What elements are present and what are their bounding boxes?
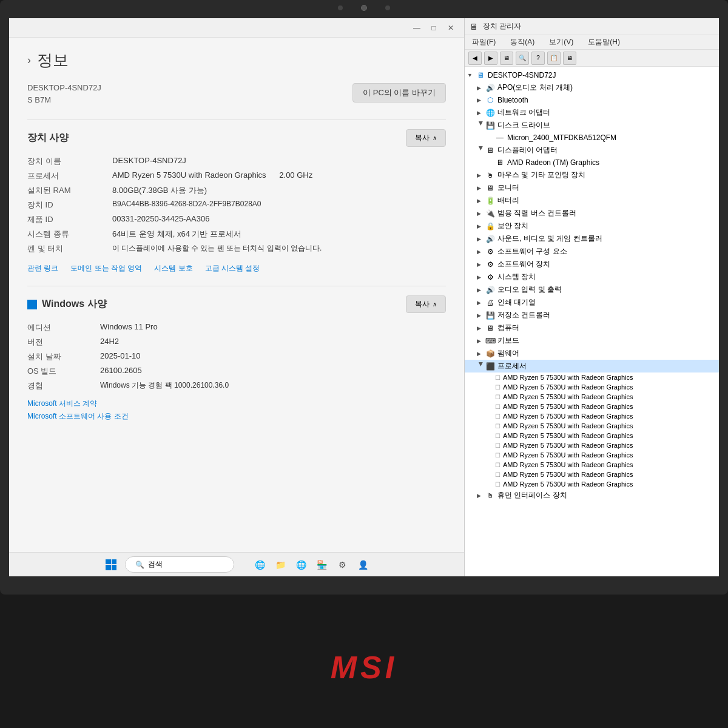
rename-button[interactable]: 이 PC의 이름 바꾸기 xyxy=(352,83,446,103)
tree-item-cpu4[interactable]: ☐ AMD Ryzen 5 7530U with Radeon Graphics xyxy=(465,402,719,411)
device-manager-panel: 🖥 장치 관리자 파일(F) 동작(A) 보기(V) 도움말(H) ◀ ▶ 🖥 … xyxy=(464,18,719,576)
dm-title: 장치 관리자 xyxy=(483,21,521,32)
tree-root[interactable]: ▼ 🖥 DESKTOP-4SND72J xyxy=(465,69,719,81)
tree-item-audio-io[interactable]: ▶ 🔊 오디오 입력 및 출력 xyxy=(465,283,719,296)
device-name-value: DESKTOP-4SND72J xyxy=(112,156,446,167)
monitor-dm-btn[interactable]: 🖥 xyxy=(563,52,576,65)
edge-icon[interactable]: 🌐 xyxy=(251,556,268,573)
tree-item-cpu9[interactable]: ☐ AMD Ryzen 5 7530U with Radeon Graphics xyxy=(465,450,719,460)
root-arrow-icon: ▼ xyxy=(467,72,476,78)
tree-item-sys-dev[interactable]: ▶ ⚙ 시스템 장치 xyxy=(465,271,719,283)
tree-item-display[interactable]: ▶ 🖥 디스플레이 어댑터 xyxy=(465,144,719,157)
tree-item-hid[interactable]: ▶ 🖱 휴먼 인터페이스 장치 xyxy=(465,489,719,502)
sw-dev-label: 소프트웨어 장치 xyxy=(497,259,716,269)
system-type-label: 시스템 종류 xyxy=(27,229,100,240)
mail-icon[interactable]: 🌐 xyxy=(292,556,309,573)
disk-child-arrow: ▶ xyxy=(487,135,495,141)
keyboard-icon: ⌨ xyxy=(485,336,495,346)
cpu3-label: AMD Ryzen 5 7530U with Radeon Graphics xyxy=(503,393,633,400)
monitor-arrow-icon: ▶ xyxy=(477,185,485,191)
cpu4-label: AMD Ryzen 5 7530U with Radeon Graphics xyxy=(503,403,633,410)
dm-menu-help[interactable]: 도움말(H) xyxy=(585,36,622,49)
tree-item-cpu1[interactable]: ☐ AMD Ryzen 5 7530U with Radeon Graphics xyxy=(465,372,719,382)
hid-arrow-icon: ▶ xyxy=(477,493,485,499)
page-title: 정보 xyxy=(37,50,69,71)
ms-links: Microsoft 서비스 계약 Microsoft 소프트웨어 사용 조건 xyxy=(27,399,446,422)
tree-item-storage[interactable]: ▶ 💾 저장소 컨트롤러 xyxy=(465,309,719,322)
tree-item-keyboard[interactable]: ▶ ⌨ 키보드 xyxy=(465,334,719,347)
ms-service-link[interactable]: Microsoft 서비스 계약 xyxy=(27,399,446,409)
link-advanced[interactable]: 고급 시스템 설정 xyxy=(205,263,260,274)
tree-item-security[interactable]: ▶ 🔒 보안 장치 xyxy=(465,220,719,232)
help-dm-btn[interactable]: ? xyxy=(531,52,545,65)
tree-item-cpu11[interactable]: ☐ AMD Ryzen 5 7530U with Radeon Graphics xyxy=(465,470,719,479)
dm-menu-view[interactable]: 보기(V) xyxy=(547,36,576,49)
cpu9-checkbox-icon: ☐ xyxy=(495,452,500,459)
tree-item-usb[interactable]: ▶ 🔌 범용 직렬 버스 컨트롤러 xyxy=(465,207,719,220)
tree-item-cpu6[interactable]: ☐ AMD Ryzen 5 7530U with Radeon Graphics xyxy=(465,421,719,431)
disk-icon: 💾 xyxy=(485,121,495,130)
chevron-up-icon: ∧ xyxy=(433,135,437,141)
tree-item-sw-comp[interactable]: ▶ ⚙ 소프트웨어 구성 요소 xyxy=(465,245,719,258)
tree-item-disk-child[interactable]: ▶ — Micron_2400_MTFDKBA512QFM xyxy=(465,132,719,144)
install-date-value: 2025-01-10 xyxy=(100,351,446,362)
tree-item-cpu3[interactable]: ☐ AMD Ryzen 5 7530U with Radeon Graphics xyxy=(465,392,719,402)
disk-arrow-icon: ▶ xyxy=(478,121,484,130)
computer-btn[interactable]: 🖥 xyxy=(500,52,513,65)
tree-item-apo[interactable]: ▶ 🔊 APO(오디오 처리 개체) xyxy=(465,81,719,94)
tree-item-cpu7[interactable]: ☐ AMD Ryzen 5 7530U with Radeon Graphics xyxy=(465,431,719,440)
back-chevron: › xyxy=(27,54,31,67)
display-icon: 🖥 xyxy=(485,146,495,155)
tree-item-mouse[interactable]: ▶ 🖱 마우스 및 기타 포인팅 장치 xyxy=(465,169,719,181)
tree-item-display-child[interactable]: ▶ 🖥 AMD Radeon (TM) Graphics xyxy=(465,157,719,169)
cpu8-label: AMD Ryzen 5 7530U with Radeon Graphics xyxy=(503,442,633,449)
list-btn[interactable]: 📋 xyxy=(547,52,561,65)
dm-menu-file[interactable]: 파일(F) xyxy=(470,36,498,49)
sw-comp-icon: ⚙ xyxy=(485,247,495,257)
tree-item-cpu12[interactable]: ☐ AMD Ryzen 5 7530U with Radeon Graphics xyxy=(465,479,719,489)
comp-arrow-icon: ▶ xyxy=(477,325,485,331)
device-specs-header: 장치 사양 복사 ∧ xyxy=(27,129,446,147)
windows-copy-label: 복사 xyxy=(415,299,430,309)
tree-item-cpu8[interactable]: ☐ AMD Ryzen 5 7530U with Radeon Graphics xyxy=(465,440,719,450)
tree-item-disk[interactable]: ▶ 💾 디스크 드라이브 xyxy=(465,119,719,132)
copy-button[interactable]: 복사 ∧ xyxy=(406,129,446,147)
tree-item-cpu10[interactable]: ☐ AMD Ryzen 5 7530U with Radeon Graphics xyxy=(465,460,719,470)
device-specs-title: 장치 사양 xyxy=(27,132,69,144)
processor-icon: ⬛ xyxy=(485,362,495,371)
maximize-button[interactable]: □ xyxy=(425,19,442,36)
tree-item-computer[interactable]: ▶ 🖥 컴퓨터 xyxy=(465,322,719,334)
windows-copy-button[interactable]: 복사 ∧ xyxy=(406,295,446,313)
folder-icon[interactable]: 📁 xyxy=(272,556,289,573)
minimize-button[interactable]: — xyxy=(408,19,425,36)
link-protection[interactable]: 시스템 보호 xyxy=(154,263,192,274)
link-domain[interactable]: 도메인 또는 작업 영역 xyxy=(70,263,142,274)
tree-item-sound[interactable]: ▶ 🔊 사운드, 비디오 및 게임 컨트롤러 xyxy=(465,232,719,245)
link-related[interactable]: 관련 링크 xyxy=(27,263,58,274)
tree-item-print[interactable]: ▶ 🖨 인쇄 대기열 xyxy=(465,296,719,309)
user-icon[interactable]: 👤 xyxy=(354,556,371,573)
tree-item-firmware[interactable]: ▶ 📦 펌웨어 xyxy=(465,347,719,360)
tree-item-processor[interactable]: ▶ ⬛ 프로세서 xyxy=(465,360,719,372)
tree-item-cpu5[interactable]: ☐ AMD Ryzen 5 7530U with Radeon Graphics xyxy=(465,411,719,421)
tree-item-sw-dev[interactable]: ▶ ⚙ 소프트웨어 장치 xyxy=(465,258,719,271)
taskbar-search-box[interactable]: 🔍 검색 xyxy=(125,556,234,573)
tree-item-monitor[interactable]: ▶ 🖥 모니터 xyxy=(465,181,719,194)
close-button[interactable]: ✕ xyxy=(442,19,459,36)
ms-software-link[interactable]: Microsoft 소프트웨어 사용 조건 xyxy=(27,411,446,422)
tree-item-cpu2[interactable]: ☐ AMD Ryzen 5 7530U with Radeon Graphics xyxy=(465,382,719,392)
forward-btn[interactable]: ▶ xyxy=(484,52,497,65)
tree-item-bluetooth[interactable]: ▶ ⬡ Bluetooth xyxy=(465,94,719,106)
search-dm-btn[interactable]: 🔍 xyxy=(516,52,529,65)
back-btn[interactable]: ◀ xyxy=(468,52,482,65)
install-date-label: 설치 날짜 xyxy=(27,351,88,362)
edition-label: 에디션 xyxy=(27,322,88,333)
cpu11-checkbox-icon: ☐ xyxy=(495,471,500,478)
dm-menu-action[interactable]: 동작(A) xyxy=(508,36,537,49)
start-button[interactable] xyxy=(102,556,120,574)
cpu5-label: AMD Ryzen 5 7530U with Radeon Graphics xyxy=(503,413,633,420)
tree-item-network[interactable]: ▶ 🌐 네트워크 어댑터 xyxy=(465,106,719,119)
store-icon[interactable]: 🏪 xyxy=(313,556,330,573)
tree-item-battery[interactable]: ▶ 🔋 배터리 xyxy=(465,194,719,207)
settings-icon[interactable]: ⚙ xyxy=(334,556,351,573)
